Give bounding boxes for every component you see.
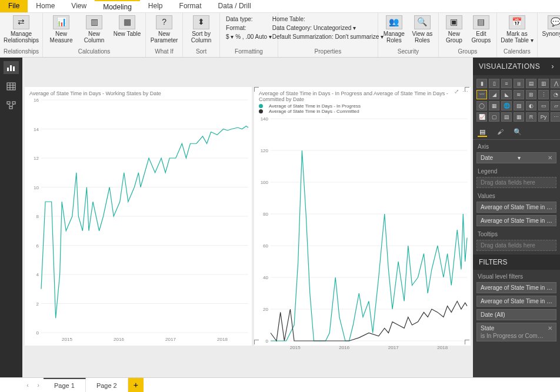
fields-tab[interactable]: ▤ <box>478 128 487 137</box>
viz-line-chart-icon[interactable]: 〰 <box>476 90 487 99</box>
new-group-button[interactable]: ▣New Group <box>442 14 466 43</box>
viz-card-icon[interactable]: ▭ <box>538 101 549 110</box>
svg-text:80: 80 <box>263 212 268 217</box>
default-summarization-dropdown[interactable]: Default Summarization: Don't summarize ▾ <box>270 33 386 41</box>
viz-stacked-column-icon[interactable]: ▯ <box>489 79 499 88</box>
selection-handle[interactable] <box>254 340 260 346</box>
viz-slicer-icon[interactable]: ▢ <box>489 112 499 122</box>
new-measure-button[interactable]: 📊New Measure <box>46 14 76 43</box>
visualizations-header[interactable]: VISUALIZATIONS › <box>473 58 560 75</box>
viz-100-bar-icon[interactable]: ▤ <box>526 79 536 88</box>
mark-as-date-table-button[interactable]: 📅Mark as Date Table ▾ <box>501 14 534 43</box>
add-page-button[interactable]: + <box>128 378 144 392</box>
page-prev-button[interactable]: ‹ <box>22 378 33 392</box>
viz-clustered-column-icon[interactable]: ⫼ <box>514 79 524 88</box>
viz-r-icon[interactable]: R <box>526 112 536 122</box>
menu-tab-home[interactable]: Home <box>28 0 63 12</box>
home-table-dropdown[interactable]: Home Table: <box>270 15 386 23</box>
chevron-down-icon[interactable]: ▾ <box>518 155 521 161</box>
viz-kpi-icon[interactable]: 📈 <box>476 112 487 122</box>
new-table-button[interactable]: ▦New Table <box>112 14 142 37</box>
new-column-button[interactable]: ▥New Column <box>79 14 109 43</box>
filter-state[interactable]: State✕ is In Progress or Com… <box>476 323 556 341</box>
focus-mode-icon[interactable]: ⤢ <box>454 88 459 95</box>
viz-gauge-icon[interactable]: ◐ <box>526 101 536 110</box>
viz-stacked-area-icon[interactable]: ◣ <box>501 90 512 99</box>
viz-area-icon[interactable]: ◢ <box>489 90 499 99</box>
edit-groups-button[interactable]: ▤Edit Groups <box>469 14 493 43</box>
menu-tab-format[interactable]: Format <box>171 0 210 12</box>
chevron-right-icon[interactable]: › <box>552 62 555 71</box>
viz-map-icon[interactable]: 🌐 <box>501 101 512 110</box>
menu-tab-help[interactable]: Help <box>140 0 171 12</box>
page-next-button[interactable]: › <box>33 378 44 392</box>
model-view-button[interactable] <box>4 99 19 112</box>
filters-header[interactable]: FILTERS <box>473 254 560 270</box>
manage-relationships-button[interactable]: ⇄Manage Relationships <box>6 14 36 43</box>
viz-line-combo-icon[interactable]: ⋀ <box>551 79 560 88</box>
viz-scatter-icon[interactable]: ⋮ <box>538 90 549 99</box>
viz-py-icon[interactable]: Py <box>538 112 549 122</box>
filter-date[interactable]: Date (All) <box>476 309 556 320</box>
filter-1[interactable]: Average of State Time in … <box>476 282 556 293</box>
viz-stacked-bar-icon[interactable]: ▮ <box>476 79 487 88</box>
viz-multi-card-icon[interactable]: ▱ <box>551 101 560 110</box>
filter-2[interactable]: Average of State Time in … <box>476 296 556 307</box>
remove-icon[interactable]: ✕ <box>555 204 556 210</box>
menu-tab-datadrill[interactable]: Data / Drill <box>210 0 259 12</box>
menu-tab-file[interactable]: File <box>0 0 28 12</box>
manage-roles-button[interactable]: 👥Manage Roles <box>382 14 406 43</box>
format-options-row[interactable]: $ ▾ % , .00 Auto ▾ <box>224 33 274 41</box>
report-canvas[interactable]: Average of State Time in Days - Working … <box>22 58 473 377</box>
viz-waterfall-icon[interactable]: ⊞ <box>526 90 536 99</box>
data-view-button[interactable] <box>4 80 19 93</box>
svg-line-12 <box>12 104 14 106</box>
report-view-button[interactable] <box>4 61 19 74</box>
viz-pie-icon[interactable]: ◔ <box>551 90 560 99</box>
sort-icon: ⬍ <box>193 15 209 29</box>
remove-icon[interactable]: ✕ <box>548 325 552 331</box>
analytics-tab[interactable]: 🔍 <box>513 128 522 137</box>
svg-text:10: 10 <box>34 185 39 190</box>
svg-text:2: 2 <box>36 301 39 307</box>
remove-icon[interactable]: ✕ <box>548 155 552 161</box>
sort-by-column-button[interactable]: ⬍Sort by Column <box>186 14 216 43</box>
selection-handle[interactable] <box>465 87 471 93</box>
viz-table-viz-icon[interactable]: ▤ <box>501 112 512 122</box>
value-field-2[interactable]: Average of State Time in …✕ <box>476 215 556 226</box>
viz-donut-icon[interactable]: ◯ <box>476 101 487 110</box>
tooltips-well[interactable]: Drag data fields here <box>476 240 556 251</box>
viz-100-column-icon[interactable]: ▥ <box>538 79 549 88</box>
selection-handle[interactable] <box>465 340 471 346</box>
page-tab-1[interactable]: Page 1 <box>44 378 86 392</box>
new-parameter-button[interactable]: ?New Parameter <box>149 14 179 43</box>
data-category-dropdown[interactable]: Data Category: Uncategorized ▾ <box>270 24 386 32</box>
viz-filled-map-icon[interactable]: ▧ <box>514 101 524 110</box>
selection-handle[interactable] <box>254 87 260 93</box>
chart-working-states[interactable]: Average of State Time in Days - Working … <box>25 87 252 346</box>
parameter-icon: ? <box>156 15 172 29</box>
data-type-dropdown[interactable]: Data type: <box>224 15 274 23</box>
format-dropdown[interactable]: Format: <box>224 24 274 32</box>
viz-treemap-icon[interactable]: ▦ <box>489 101 499 110</box>
svg-text:14: 14 <box>34 127 39 132</box>
legend-well-label: Legend <box>473 165 560 176</box>
menu-tab-view[interactable]: View <box>63 0 95 12</box>
value-field-1[interactable]: Average of State Time in …✕ <box>476 202 556 213</box>
synonyms-button[interactable]: 💬Synonyms <box>541 14 560 37</box>
viz-ribbon-icon[interactable]: ≋ <box>514 90 524 99</box>
svg-text:100: 100 <box>261 180 269 185</box>
menu-tab-modeling[interactable]: Modeling <box>95 0 140 12</box>
viz-import-icon[interactable]: ⋯ <box>551 112 560 122</box>
viz-clustered-bar-icon[interactable]: ≡ <box>501 79 512 88</box>
viz-matrix-icon[interactable]: ▦ <box>514 112 524 122</box>
axis-field-date[interactable]: Date▾✕ <box>476 152 556 163</box>
remove-icon[interactable]: ✕ <box>555 217 556 224</box>
legend-well[interactable]: Drag data fields here <box>476 177 556 188</box>
page-tab-2[interactable]: Page 2 <box>86 378 128 392</box>
format-tab[interactable]: 🖌 <box>495 128 505 137</box>
view-as-roles-button[interactable]: 🔍View as Roles <box>410 14 435 43</box>
chart-in-progress-committed[interactable]: ⤢ ⋯ Average of State Time in Days - In P… <box>254 87 471 346</box>
calendar-icon: 📅 <box>509 15 525 29</box>
svg-text:6: 6 <box>36 243 39 249</box>
